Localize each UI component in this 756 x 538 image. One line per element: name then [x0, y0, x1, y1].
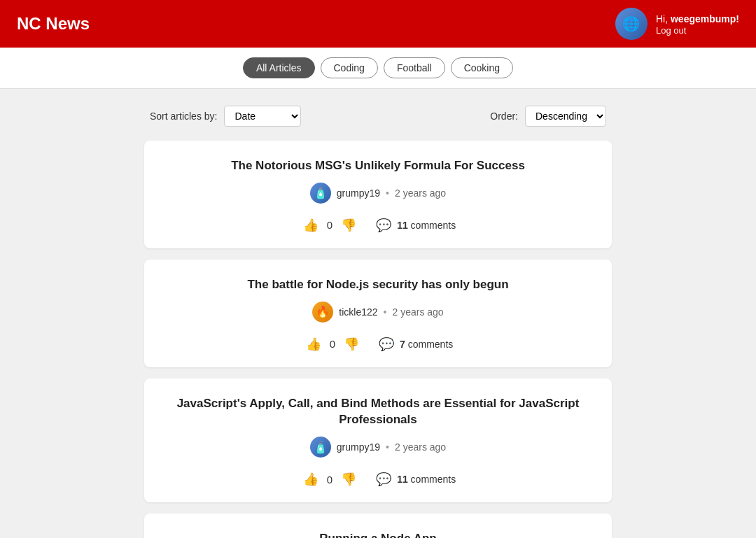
article-actions: 👍 0 👎 💬 11 comments — [167, 216, 589, 234]
article-meta: 🔥 tickle122 • 2 years ago — [167, 302, 589, 323]
article-title: JavaScript's Apply, Call, and Bind Metho… — [167, 395, 589, 429]
article-card: The battle for Node.js security has only… — [144, 260, 612, 367]
article-meta: 🧴 grumpy19 • 2 years ago — [167, 437, 589, 458]
article-card: The Notorious MSG's Unlikely Formula For… — [144, 141, 612, 248]
comment-group: 💬 11 comments — [376, 472, 456, 487]
nav-bar: All Articles Coding Football Cooking — [0, 48, 756, 89]
order-select[interactable]: Descending Ascending — [525, 106, 606, 127]
separator: • — [386, 441, 389, 453]
comment-group: 💬 11 comments — [376, 218, 456, 233]
article-actions: 👍 0 👎 💬 7 comments — [167, 335, 589, 353]
downvote-button[interactable]: 👎 — [338, 470, 359, 488]
author-avatar: 🧴 — [310, 183, 331, 204]
articles-list: The Notorious MSG's Unlikely Formula For… — [144, 141, 612, 538]
downvote-button[interactable]: 👎 — [341, 335, 362, 353]
logout-button[interactable]: Log out — [656, 25, 739, 36]
header: NC News 🌐 Hi, weegembump! Log out — [0, 0, 756, 48]
sort-bar: Sort articles by: Date Votes Comments Or… — [144, 106, 612, 127]
avatar: 🌐 — [615, 8, 648, 40]
sort-select[interactable]: Date Votes Comments — [224, 106, 301, 127]
author-avatar: 🧴 — [310, 437, 331, 458]
upvote-button[interactable]: 👍 — [300, 216, 321, 234]
upvote-button[interactable]: 👍 — [300, 470, 321, 488]
article-time: 2 years ago — [395, 441, 446, 453]
downvote-button[interactable]: 👎 — [338, 216, 359, 234]
vote-count: 0 — [327, 219, 332, 231]
comment-icon: 💬 — [376, 218, 391, 233]
main-content: Sort articles by: Date Votes Comments Or… — [133, 89, 623, 538]
author-avatar: 🔥 — [312, 302, 333, 323]
tab-cooking[interactable]: Cooking — [451, 57, 513, 78]
comment-count: 11 comments — [397, 474, 456, 485]
article-author: tickle122 — [339, 306, 377, 318]
comment-count: 7 comments — [400, 339, 453, 350]
tab-coding[interactable]: Coding — [321, 57, 378, 78]
user-info: Hi, weegembump! Log out — [656, 13, 739, 36]
vote-group: 👍 0 👎 — [300, 216, 359, 234]
article-title: The battle for Node.js security has only… — [167, 276, 589, 293]
comment-count: 11 comments — [397, 220, 456, 231]
article-title: The Notorious MSG's Unlikely Formula For… — [167, 157, 589, 174]
order-label: Order: — [490, 111, 518, 122]
article-card: JavaScript's Apply, Call, and Bind Metho… — [144, 378, 612, 503]
tab-football[interactable]: Football — [384, 57, 445, 78]
sort-label: Sort articles by: — [150, 111, 217, 122]
vote-group: 👍 0 👎 — [303, 335, 362, 353]
sort-right: Order: Descending Ascending — [490, 106, 606, 127]
sort-left: Sort articles by: Date Votes Comments — [150, 106, 301, 127]
upvote-button[interactable]: 👍 — [303, 335, 324, 353]
tab-all-articles[interactable]: All Articles — [243, 57, 315, 78]
article-actions: 👍 0 👎 💬 11 comments — [167, 470, 589, 488]
vote-group: 👍 0 👎 — [300, 470, 359, 488]
comment-icon: 💬 — [379, 337, 394, 352]
comment-icon: 💬 — [376, 472, 391, 487]
article-title: Running a Node App — [167, 530, 589, 538]
vote-count: 0 — [330, 338, 335, 350]
article-meta: 🧴 grumpy19 • 2 years ago — [167, 183, 589, 204]
article-time: 2 years ago — [393, 306, 444, 318]
user-section: 🌐 Hi, weegembump! Log out — [615, 8, 739, 40]
article-author: grumpy19 — [337, 187, 380, 199]
article-card: Running a Node App 🦊 jessjelly • 2 years… — [144, 514, 612, 538]
separator: • — [386, 187, 389, 199]
site-logo: NC News — [17, 14, 90, 34]
article-author: grumpy19 — [337, 441, 380, 453]
separator: • — [384, 306, 387, 318]
comment-group: 💬 7 comments — [379, 337, 453, 352]
article-time: 2 years ago — [395, 187, 446, 199]
vote-count: 0 — [327, 474, 332, 486]
greeting-text: Hi, weegembump! — [656, 13, 739, 24]
